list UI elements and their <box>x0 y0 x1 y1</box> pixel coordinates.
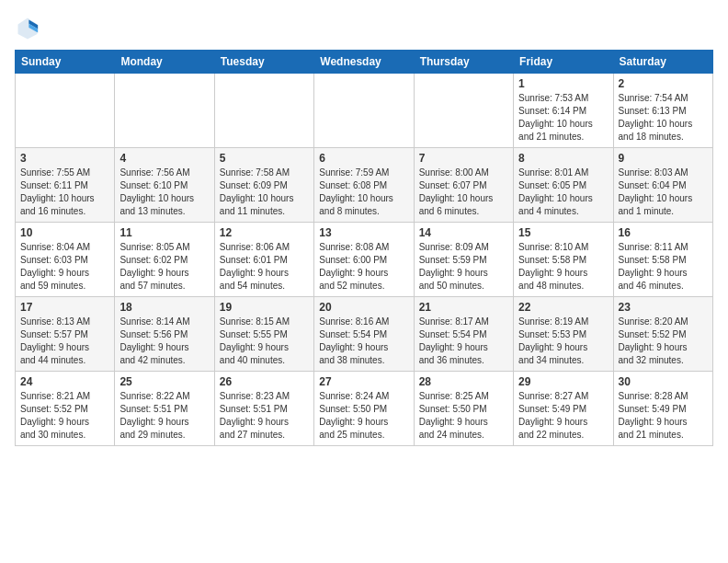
day-info: Sunrise: 8:21 AM Sunset: 5:52 PM Dayligh… <box>20 390 109 442</box>
day-number: 15 <box>518 226 608 239</box>
day-number: 22 <box>518 301 608 314</box>
calendar-cell: 14Sunrise: 8:09 AM Sunset: 5:59 PM Dayli… <box>414 223 513 297</box>
day-info: Sunrise: 8:24 AM Sunset: 5:50 PM Dayligh… <box>319 390 408 442</box>
calendar-cell: 18Sunrise: 8:14 AM Sunset: 5:56 PM Dayli… <box>115 297 214 372</box>
day-number: 27 <box>319 375 408 388</box>
day-header-tuesday: Tuesday <box>214 51 313 74</box>
day-info: Sunrise: 8:11 AM Sunset: 5:58 PM Dayligh… <box>619 241 708 293</box>
day-header-wednesday: Wednesday <box>314 51 414 74</box>
day-info: Sunrise: 8:22 AM Sunset: 5:51 PM Dayligh… <box>119 390 209 442</box>
calendar-cell <box>115 74 214 148</box>
calendar-cell <box>314 74 414 148</box>
day-number: 13 <box>319 226 408 239</box>
calendar-cell: 27Sunrise: 8:24 AM Sunset: 5:50 PM Dayli… <box>314 372 414 446</box>
day-info: Sunrise: 8:25 AM Sunset: 5:50 PM Dayligh… <box>419 390 508 442</box>
day-info: Sunrise: 8:17 AM Sunset: 5:54 PM Dayligh… <box>419 316 508 367</box>
day-number: 6 <box>319 152 408 165</box>
day-number: 3 <box>20 152 109 165</box>
calendar-cell: 9Sunrise: 8:03 AM Sunset: 6:04 PM Daylig… <box>613 148 712 223</box>
day-number: 4 <box>119 152 209 165</box>
calendar-cell: 12Sunrise: 8:06 AM Sunset: 6:01 PM Dayli… <box>214 223 313 297</box>
day-number: 28 <box>419 375 508 388</box>
day-number: 19 <box>220 301 309 314</box>
calendar-cell: 25Sunrise: 8:22 AM Sunset: 5:51 PM Dayli… <box>115 372 214 446</box>
day-info: Sunrise: 8:20 AM Sunset: 5:52 PM Dayligh… <box>619 316 708 367</box>
day-number: 12 <box>220 226 309 239</box>
calendar-cell: 3Sunrise: 7:55 AM Sunset: 6:11 PM Daylig… <box>16 148 115 223</box>
calendar-cell: 7Sunrise: 8:00 AM Sunset: 6:07 PM Daylig… <box>414 148 513 223</box>
day-number: 24 <box>20 375 109 388</box>
day-number: 18 <box>119 301 209 314</box>
day-info: Sunrise: 7:59 AM Sunset: 6:08 PM Dayligh… <box>319 167 408 218</box>
calendar-cell: 30Sunrise: 8:28 AM Sunset: 5:49 PM Dayli… <box>613 372 712 446</box>
calendar-cell: 6Sunrise: 7:59 AM Sunset: 6:08 PM Daylig… <box>314 148 414 223</box>
day-number: 29 <box>518 375 608 388</box>
week-row-4: 24Sunrise: 8:21 AM Sunset: 5:52 PM Dayli… <box>16 372 713 446</box>
day-header-saturday: Saturday <box>613 51 712 74</box>
week-row-1: 3Sunrise: 7:55 AM Sunset: 6:11 PM Daylig… <box>16 148 713 223</box>
day-number: 9 <box>619 152 708 165</box>
day-info: Sunrise: 8:00 AM Sunset: 6:07 PM Dayligh… <box>419 167 508 218</box>
calendar-cell: 28Sunrise: 8:25 AM Sunset: 5:50 PM Dayli… <box>414 372 513 446</box>
day-info: Sunrise: 8:04 AM Sunset: 6:03 PM Dayligh… <box>20 241 109 293</box>
calendar-cell: 22Sunrise: 8:19 AM Sunset: 5:53 PM Dayli… <box>514 297 613 372</box>
calendar-cell: 26Sunrise: 8:23 AM Sunset: 5:51 PM Dayli… <box>214 372 313 446</box>
header <box>15 15 713 40</box>
day-header-thursday: Thursday <box>414 51 513 74</box>
day-number: 30 <box>619 375 708 388</box>
calendar-cell: 24Sunrise: 8:21 AM Sunset: 5:52 PM Dayli… <box>16 372 115 446</box>
calendar-cell <box>414 74 513 148</box>
logo-icon <box>15 15 40 40</box>
calendar-cell: 19Sunrise: 8:15 AM Sunset: 5:55 PM Dayli… <box>214 297 313 372</box>
logo <box>15 15 44 40</box>
day-number: 16 <box>619 226 708 239</box>
day-number: 11 <box>119 226 209 239</box>
day-info: Sunrise: 8:10 AM Sunset: 5:58 PM Dayligh… <box>518 241 608 293</box>
day-number: 25 <box>119 375 209 388</box>
calendar-cell: 5Sunrise: 7:58 AM Sunset: 6:09 PM Daylig… <box>214 148 313 223</box>
calendar-cell: 11Sunrise: 8:05 AM Sunset: 6:02 PM Dayli… <box>115 223 214 297</box>
day-number: 21 <box>419 301 508 314</box>
calendar-cell: 2Sunrise: 7:54 AM Sunset: 6:13 PM Daylig… <box>613 74 712 148</box>
calendar-table: SundayMondayTuesdayWednesdayThursdayFrid… <box>15 50 713 446</box>
day-info: Sunrise: 8:09 AM Sunset: 5:59 PM Dayligh… <box>419 241 508 293</box>
day-header-sunday: Sunday <box>16 51 115 74</box>
day-number: 1 <box>518 77 608 90</box>
day-info: Sunrise: 8:06 AM Sunset: 6:01 PM Dayligh… <box>220 241 309 293</box>
calendar-cell: 29Sunrise: 8:27 AM Sunset: 5:49 PM Dayli… <box>514 372 613 446</box>
day-number: 23 <box>619 301 708 314</box>
day-info: Sunrise: 8:27 AM Sunset: 5:49 PM Dayligh… <box>518 390 608 442</box>
day-info: Sunrise: 7:58 AM Sunset: 6:09 PM Dayligh… <box>220 167 309 218</box>
calendar-cell: 8Sunrise: 8:01 AM Sunset: 6:05 PM Daylig… <box>514 148 613 223</box>
day-number: 7 <box>419 152 508 165</box>
day-info: Sunrise: 8:13 AM Sunset: 5:57 PM Dayligh… <box>20 316 109 367</box>
calendar-cell <box>16 74 115 148</box>
day-number: 5 <box>220 152 309 165</box>
calendar-cell: 21Sunrise: 8:17 AM Sunset: 5:54 PM Dayli… <box>414 297 513 372</box>
day-info: Sunrise: 7:56 AM Sunset: 6:10 PM Dayligh… <box>119 167 209 218</box>
day-header-monday: Monday <box>115 51 214 74</box>
day-header-friday: Friday <box>514 51 613 74</box>
day-info: Sunrise: 8:03 AM Sunset: 6:04 PM Dayligh… <box>619 167 708 218</box>
day-number: 20 <box>319 301 408 314</box>
day-number: 26 <box>220 375 309 388</box>
day-info: Sunrise: 8:15 AM Sunset: 5:55 PM Dayligh… <box>220 316 309 367</box>
day-info: Sunrise: 7:55 AM Sunset: 6:11 PM Dayligh… <box>20 167 109 218</box>
day-info: Sunrise: 8:08 AM Sunset: 6:00 PM Dayligh… <box>319 241 408 293</box>
week-row-2: 10Sunrise: 8:04 AM Sunset: 6:03 PM Dayli… <box>16 223 713 297</box>
calendar-cell: 15Sunrise: 8:10 AM Sunset: 5:58 PM Dayli… <box>514 223 613 297</box>
calendar-cell: 17Sunrise: 8:13 AM Sunset: 5:57 PM Dayli… <box>16 297 115 372</box>
day-info: Sunrise: 8:16 AM Sunset: 5:54 PM Dayligh… <box>319 316 408 367</box>
day-info: Sunrise: 8:28 AM Sunset: 5:49 PM Dayligh… <box>619 390 708 442</box>
day-info: Sunrise: 8:23 AM Sunset: 5:51 PM Dayligh… <box>220 390 309 442</box>
day-number: 2 <box>619 77 708 90</box>
day-info: Sunrise: 8:01 AM Sunset: 6:05 PM Dayligh… <box>518 167 608 218</box>
day-number: 10 <box>20 226 109 239</box>
calendar-cell: 13Sunrise: 8:08 AM Sunset: 6:00 PM Dayli… <box>314 223 414 297</box>
day-info: Sunrise: 7:53 AM Sunset: 6:14 PM Dayligh… <box>518 92 608 144</box>
day-info: Sunrise: 8:14 AM Sunset: 5:56 PM Dayligh… <box>119 316 209 367</box>
calendar-cell: 10Sunrise: 8:04 AM Sunset: 6:03 PM Dayli… <box>16 223 115 297</box>
calendar-cell: 16Sunrise: 8:11 AM Sunset: 5:58 PM Dayli… <box>613 223 712 297</box>
day-number: 8 <box>518 152 608 165</box>
day-info: Sunrise: 8:05 AM Sunset: 6:02 PM Dayligh… <box>119 241 209 293</box>
